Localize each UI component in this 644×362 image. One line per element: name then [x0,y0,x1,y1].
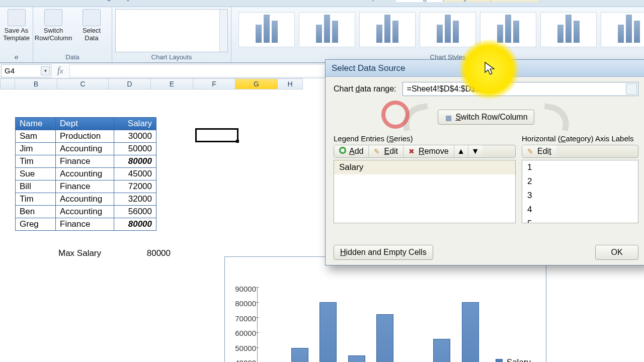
tab-view[interactable]: View [297,0,336,2]
axis-toolbar: Edit [522,145,638,158]
save-as-template-button[interactable]: Save AsTemplate [0,9,34,42]
active-cell[interactable] [195,128,238,142]
series-add-button[interactable]: Add [334,145,369,157]
arrow-left-icon [399,103,432,132]
table-row[interactable]: BillFinance72000 [16,180,156,193]
table-row[interactable]: BenAccounting56000 [16,206,156,218]
tab-developer[interactable]: Developer [336,0,395,2]
category-listbox[interactable]: 12345 [522,160,638,223]
switch-rc-label: SwitchRow/Column [35,27,72,42]
chart-bar [433,339,450,362]
list-item[interactable]: 3 [522,189,638,203]
chart-data-range-input[interactable]: =Sheet4!$D$4:$D$11 [403,82,638,96]
fill-handle[interactable] [236,140,239,143]
table-row[interactable]: TimAccounting32000 [16,193,156,206]
col-header-g[interactable]: G [235,78,278,89]
summary-value: 80000 [130,248,171,258]
col-header-blank[interactable] [0,78,15,89]
series-remove-button[interactable]: Remove [404,145,454,157]
pencil-icon [527,147,534,156]
switch-rc-icon [44,9,62,26]
group-layouts-label: Chart Layouts [151,53,192,62]
plus-icon [339,147,346,156]
grid-icon [444,113,452,121]
legend-entries-label: Legend Entries (Series) [334,134,516,143]
series-edit-button[interactable]: Edit [369,145,404,157]
chart-y-axis: 9000080000700006000050000400003000020000… [230,285,256,362]
tab-data[interactable]: Data [209,0,248,2]
gallery-scroll[interactable] [219,10,227,52]
col-header-b[interactable]: B [15,78,57,89]
tab-home[interactable]: Home [0,0,44,2]
table-row[interactable]: SueAccounting45000 [16,168,156,180]
select-data-button[interactable]: SelectData [74,9,109,42]
axis-edit-button[interactable]: Edit [522,145,556,157]
chart-style-2[interactable] [299,12,355,47]
chart-style-3[interactable] [359,12,416,47]
list-item[interactable]: 5 [522,217,638,223]
range-picker-icon[interactable] [626,83,637,95]
name-box-dropdown-icon[interactable]: ▾ [41,66,50,75]
list-item[interactable]: 2 [522,174,638,189]
data-table: Name Dept Salary SamProduction30000JimAc… [15,117,156,231]
chart-style-1[interactable] [238,12,295,47]
group-chart-layouts: Chart Layouts [112,7,231,62]
switch-row-column-button[interactable]: SwitchRow/Column [36,9,70,42]
embedded-chart[interactable]: 9000080000700006000050000400003000020000… [224,256,546,362]
group-type-label: e [15,53,18,62]
tab-insert[interactable]: Insert [44,0,86,2]
col-header-h[interactable]: H [278,78,303,89]
col-header-d[interactable]: D [109,78,151,89]
ok-button[interactable]: OK [595,245,638,260]
group-type: Save AsTemplate e [0,7,33,62]
save-as-template-label: Save AsTemplate [3,27,30,42]
table-row[interactable]: JimAccounting50000 [16,143,156,155]
tab-page-layout[interactable]: Page Layout [86,0,153,2]
group-data-label: Data [65,53,79,62]
col-header-c[interactable]: C [57,78,109,89]
chart-style-5[interactable] [480,12,536,47]
tab-format[interactable]: Format [491,0,539,2]
series-move-down-button[interactable]: ▼ [468,145,482,157]
chart-style-4[interactable] [420,12,476,47]
series-move-up-button[interactable]: ▲ [454,145,468,157]
th-salary: Salary [114,118,156,130]
col-header-f[interactable]: F [193,78,235,89]
chart-data-range-label: Chart data range: [334,84,396,94]
th-dept: Dept [56,118,114,130]
table-row[interactable]: TimFinance80000 [16,155,156,168]
list-item[interactable]: 1 [522,160,638,174]
chart-style-6[interactable] [540,12,597,47]
chart-legend: Salary [496,357,531,362]
tab-formulas[interactable]: Formulas [153,0,209,2]
axis-labels-label: Horizontal (Category) Axis Labels [522,134,638,143]
chart-bars [257,287,485,362]
list-item[interactable]: Salary [334,160,515,174]
table-row[interactable]: GregFinance80000 [16,218,156,231]
chart-style-7[interactable] [601,12,644,47]
ribbon-tabs: Home Insert Page Layout Formulas Data Re… [0,0,644,7]
series-listbox[interactable]: Salary [334,160,516,223]
name-box-value: G4 [5,66,15,75]
list-item[interactable]: 4 [522,203,638,217]
fx-icon[interactable]: fx [57,65,63,76]
chart-plot-area [257,287,485,362]
chart-bar [291,348,308,362]
chart-bar [319,302,337,362]
dialog-title: Select Data Source [332,63,405,73]
hidden-empty-cells-button[interactable]: Hidden and Empty Cells [334,245,433,260]
arrow-right-icon [540,103,572,132]
name-box[interactable]: G4 ▾ [1,64,51,77]
chart-bar [348,355,365,362]
legend-label: Salary [507,357,531,362]
dialog-titlebar[interactable]: Select Data Source [326,60,644,77]
table-row[interactable]: SamProduction30000 [16,130,156,143]
col-header-e[interactable]: E [151,78,193,89]
tab-layout[interactable]: Layout [443,0,491,2]
group-chart-styles: Chart Styles [231,7,644,62]
tab-review[interactable]: Review [248,0,296,2]
tab-design[interactable]: Design [395,0,443,2]
switch-row-column-dialog-button[interactable]: Switch Row/Column [438,110,534,125]
chart-layouts-gallery[interactable] [115,9,228,52]
select-data-source-dialog: Select Data Source Chart data range: =Sh… [325,59,644,265]
